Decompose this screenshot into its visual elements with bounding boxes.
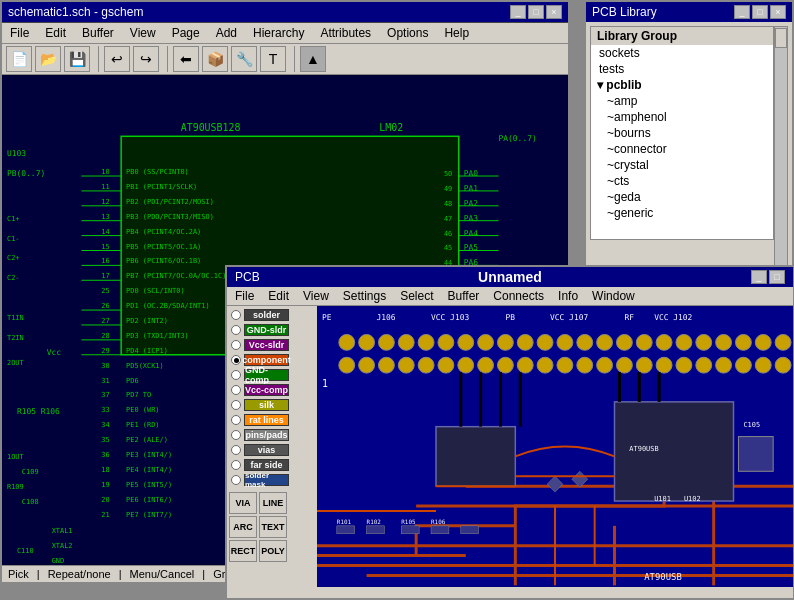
menu-hierarchy[interactable]: Hierarchy [249, 25, 308, 41]
layer-radio-gnd-sldr[interactable] [231, 325, 241, 335]
svg-text:VCC J102: VCC J102 [654, 313, 692, 322]
layer-silk[interactable]: silk [229, 398, 315, 412]
layer-radio-far-side[interactable] [231, 460, 241, 470]
pcb-lib-close[interactable]: × [770, 5, 786, 19]
pcb-menu-connects[interactable]: Connects [489, 288, 548, 304]
maximize-button[interactable]: □ [528, 5, 544, 19]
svg-point-149 [577, 334, 593, 350]
scrollbar-thumb[interactable] [775, 28, 787, 48]
menu-buffer[interactable]: Buffer [78, 25, 118, 41]
layer-vcc-sldr[interactable]: Vcc-sldr [229, 338, 315, 352]
poly-button[interactable]: POLY [259, 540, 287, 562]
layer-radio-solder[interactable] [231, 310, 241, 320]
redo-button[interactable]: ↪ [133, 46, 159, 72]
pcb-lib-scrollbar[interactable] [774, 26, 788, 276]
pcb-menu-buffer[interactable]: Buffer [444, 288, 484, 304]
svg-text:R102: R102 [367, 518, 382, 525]
lib-item-amp[interactable]: ~amp [591, 93, 773, 109]
pcb-lib-win-controls: _ □ × [734, 5, 786, 19]
layer-radio-pins-pads[interactable] [231, 430, 241, 440]
pcb-menu-file[interactable]: File [231, 288, 258, 304]
layer-pins-pads[interactable]: pins/pads [229, 428, 315, 442]
layer-rat-lines[interactable]: rat lines [229, 413, 315, 427]
text-button[interactable]: TEXT [259, 516, 287, 538]
pcb-lib-minimize[interactable]: _ [734, 5, 750, 19]
lib-item-crystal[interactable]: ~crystal [591, 157, 773, 173]
menu-attributes[interactable]: Attributes [316, 25, 375, 41]
svg-text:VCC J107: VCC J107 [550, 313, 588, 322]
pcb-canvas[interactable]: J106 PE VCC J103 PB VCC J107 RF VCC J102 [317, 306, 793, 587]
svg-point-164 [418, 357, 434, 373]
pcb-maximize[interactable]: □ [769, 270, 785, 284]
menu-add[interactable]: Add [212, 25, 241, 41]
add-net-button[interactable]: 📦 [202, 46, 228, 72]
svg-point-168 [497, 357, 513, 373]
layer-radio-rat-lines[interactable] [231, 415, 241, 425]
layer-far-side[interactable]: far side [229, 458, 315, 472]
layer-radio-component[interactable] [231, 355, 241, 365]
new-button[interactable]: 📄 [6, 46, 32, 72]
pcb-minimize[interactable]: _ [751, 270, 767, 284]
svg-point-178 [696, 357, 712, 373]
lib-item-bourns[interactable]: ~bourns [591, 125, 773, 141]
layer-color-rat-lines: rat lines [244, 414, 289, 426]
layer-gnd-sldr[interactable]: GND-sldr [229, 323, 315, 337]
lib-item-tests[interactable]: tests [591, 61, 773, 77]
pcb-menu-window[interactable]: Window [588, 288, 639, 304]
lib-item-sockets[interactable]: sockets [591, 45, 773, 61]
layer-vias[interactable]: vias [229, 443, 315, 457]
menu-view[interactable]: View [126, 25, 160, 41]
layer-gnd-comp[interactable]: GND-comp [229, 368, 315, 382]
add-comp-button[interactable]: ⬅ [173, 46, 199, 72]
svg-text:PA3: PA3 [464, 214, 479, 223]
svg-text:PE3 (INT4/): PE3 (INT4/) [126, 451, 172, 459]
pcb-menu-view[interactable]: View [299, 288, 333, 304]
open-button[interactable]: 📂 [35, 46, 61, 72]
svg-text:31: 31 [101, 377, 109, 385]
layer-radio-vcc-comp[interactable] [231, 385, 241, 395]
layer-radio-vias[interactable] [231, 445, 241, 455]
pcb-lib-maximize[interactable]: □ [752, 5, 768, 19]
layer-radio-vcc-sldr[interactable] [231, 340, 241, 350]
pcb-menu-edit[interactable]: Edit [264, 288, 293, 304]
svg-rect-186 [436, 427, 515, 487]
add-text-button[interactable]: T [260, 46, 286, 72]
undo-button[interactable]: ↩ [104, 46, 130, 72]
layer-radio-solder-mask[interactable] [231, 475, 241, 485]
lib-item-generic[interactable]: ~generic [591, 205, 773, 221]
layer-solder[interactable]: solder [229, 308, 315, 322]
menu-page[interactable]: Page [168, 25, 204, 41]
minimize-button[interactable]: _ [510, 5, 526, 19]
lib-item-cts[interactable]: ~cts [591, 173, 773, 189]
rect-button[interactable]: RECT [229, 540, 257, 562]
layer-radio-gnd-comp[interactable] [231, 370, 241, 380]
save-button[interactable]: 💾 [64, 46, 90, 72]
select-button[interactable]: ▲ [300, 46, 326, 72]
svg-text:PB: PB [505, 313, 515, 322]
pcb-menu-select[interactable]: Select [396, 288, 437, 304]
via-button[interactable]: VIA [229, 492, 257, 514]
arc-button[interactable]: ARC [229, 516, 257, 538]
menu-file[interactable]: File [6, 25, 33, 41]
lib-section-pcblib[interactable]: ▾ pcblib [591, 77, 773, 93]
svg-text:AT90USB: AT90USB [644, 572, 682, 582]
line-button[interactable]: LINE [259, 492, 287, 514]
svg-rect-188 [431, 526, 449, 534]
svg-text:U102: U102 [684, 495, 701, 503]
svg-text:48: 48 [444, 200, 452, 208]
pcb-menu-info[interactable]: Info [554, 288, 582, 304]
lib-item-geda[interactable]: ~geda [591, 189, 773, 205]
menu-options[interactable]: Options [383, 25, 432, 41]
layer-vcc-comp[interactable]: Vcc-comp [229, 383, 315, 397]
lib-item-connector[interactable]: ~connector [591, 141, 773, 157]
layer-radio-silk[interactable] [231, 400, 241, 410]
menu-edit[interactable]: Edit [41, 25, 70, 41]
add-attr-button[interactable]: 🔧 [231, 46, 257, 72]
svg-text:19: 19 [101, 481, 109, 489]
close-button[interactable]: × [546, 5, 562, 19]
svg-text:26: 26 [101, 302, 109, 310]
pcb-menu-settings[interactable]: Settings [339, 288, 390, 304]
menu-help[interactable]: Help [440, 25, 473, 41]
lib-item-amphenol[interactable]: ~amphenol [591, 109, 773, 125]
layer-solder-mask[interactable]: solder mask [229, 473, 315, 487]
